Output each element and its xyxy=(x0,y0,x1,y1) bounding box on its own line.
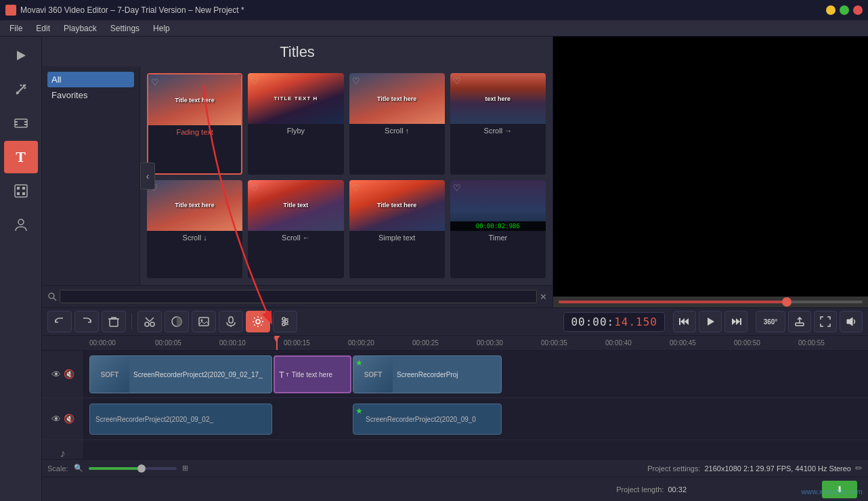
forward-to-end-button[interactable] xyxy=(724,311,747,332)
title-clip[interactable]: T T Title text here xyxy=(274,355,351,393)
search-input[interactable] xyxy=(60,290,537,303)
play-button[interactable] xyxy=(699,311,722,332)
minimize-button[interactable] xyxy=(826,5,836,15)
scale-slider-thumb[interactable] xyxy=(137,464,146,473)
simple-thumb-text: Title text here xyxy=(376,200,418,210)
gear-button[interactable] xyxy=(246,311,270,332)
export-button[interactable] xyxy=(788,311,811,332)
menu-playback[interactable]: Playback xyxy=(57,22,104,35)
ruler-mark-5: 00:00:25 xyxy=(412,336,439,350)
magic-tool-button[interactable] xyxy=(4,73,38,106)
menu-file[interactable]: File xyxy=(3,22,29,35)
fullscreen-button[interactable] xyxy=(814,311,837,332)
timecode-normal: 00:00: xyxy=(571,315,614,328)
project-settings-label: Project settings: xyxy=(647,464,700,473)
close-button[interactable] xyxy=(853,5,863,15)
title-card-scroll-down[interactable]: ♡ Title text here Scroll ↓ xyxy=(147,180,242,279)
title-card-scroll-up[interactable]: ♡ Title text here Scroll ↑ xyxy=(349,73,445,175)
titlebar: Movavi 360 Video Editor – 7-Day Trial Ve… xyxy=(0,0,868,20)
maximize-button[interactable] xyxy=(840,5,849,15)
top-section: Titles All Favorites ‹ ♡ xyxy=(42,37,868,307)
volume-button[interactable] xyxy=(840,311,863,332)
favorite-timer-icon[interactable]: ♡ xyxy=(453,183,461,193)
adjust-button[interactable] xyxy=(273,311,297,332)
panel-scroll-left[interactable]: ‹ xyxy=(140,162,155,190)
title-card-timer[interactable]: ♡ 00:00:02:986 Timer xyxy=(450,180,546,279)
video-clip-1[interactable]: SOFT ScreenRecorderProject2(2020_09_02_1… xyxy=(89,355,272,393)
project-settings-edit-icon[interactable]: ✏ xyxy=(855,463,863,473)
track-mute-icon[interactable]: 🔇 xyxy=(64,369,74,379)
preview-black xyxy=(553,37,868,307)
svg-point-30 xyxy=(282,318,285,320)
scale-max-icon[interactable]: ⊞ xyxy=(182,464,188,473)
download-button-area[interactable]: ⬇ xyxy=(822,481,857,498)
menu-settings[interactable]: Settings xyxy=(104,22,146,35)
svg-rect-22 xyxy=(199,318,209,326)
person-tool-button[interactable] xyxy=(4,209,38,241)
svg-point-12 xyxy=(18,219,24,225)
progress-thumb[interactable] xyxy=(782,297,791,307)
favorite-scroll-right-icon[interactable]: ♡ xyxy=(453,76,461,86)
preview-progress-bar[interactable] xyxy=(553,297,868,307)
menu-edit[interactable]: Edit xyxy=(29,22,57,35)
svg-point-26 xyxy=(256,320,260,324)
audio-eye-icon[interactable]: 👁 xyxy=(51,414,61,424)
favorite-scroll-left-icon[interactable]: ♡ xyxy=(251,183,259,193)
image-icon xyxy=(198,315,210,328)
audio-clip-1-label: ScreenRecorderProject2(2020_09_02_ xyxy=(90,416,219,423)
video-track: 👁 🔇 SOFT ScreenRecorderProject2(2020_09_… xyxy=(42,351,868,398)
gear-icon xyxy=(252,315,264,328)
favorite-fading-icon[interactable]: ♡ xyxy=(151,77,159,87)
redo-button[interactable] xyxy=(74,311,99,332)
favorite-flyby-icon[interactable]: ♡ xyxy=(251,76,259,86)
undo-button[interactable] xyxy=(47,311,72,332)
video-tool-button[interactable] xyxy=(4,39,38,72)
track-eye-icon[interactable]: 👁 xyxy=(51,369,61,380)
scale-slider-fill xyxy=(89,467,142,470)
track-controls-video: 👁 🔇 xyxy=(42,351,84,397)
image-button[interactable] xyxy=(192,311,216,332)
title-card-simple[interactable]: ♡ Title text here Simple text xyxy=(349,180,445,279)
card-thumb-scroll-down: Title text here xyxy=(147,180,242,231)
video-clip-2[interactable]: ★ SOFT ScreenRecorderProj xyxy=(353,355,502,393)
project-settings: Project settings: 2160x1080 2:1 29.97 FP… xyxy=(647,463,863,473)
track-controls-audio: 👁 🔇 xyxy=(42,398,84,439)
menu-help[interactable]: Help xyxy=(146,22,177,35)
title-card-scroll-right[interactable]: ♡ text here Scroll → xyxy=(450,73,546,175)
audio-clip-2[interactable]: ★ ScreenRecorderProject2(2020_09_0 xyxy=(353,404,502,435)
delete-button[interactable] xyxy=(102,311,126,332)
scroll-up-thumb-text: Title text here xyxy=(376,94,418,104)
svg-rect-35 xyxy=(679,318,680,325)
filter-tool-button[interactable] xyxy=(4,175,38,207)
search-bar: ✕ xyxy=(42,285,552,307)
vr360-button[interactable]: 360° xyxy=(756,311,785,332)
project-length-value: 00:32 xyxy=(668,485,687,494)
svg-point-31 xyxy=(285,320,288,323)
svg-marker-0 xyxy=(17,51,26,60)
favorite-simple-icon[interactable]: ♡ xyxy=(352,183,360,193)
playhead[interactable] xyxy=(276,336,278,350)
play-icon xyxy=(705,316,716,327)
title-card-flyby[interactable]: ♡ TITLE TEXT H Flyby xyxy=(248,73,343,175)
color-button[interactable] xyxy=(165,311,189,332)
search-clear-button[interactable]: ✕ xyxy=(540,292,547,302)
audio-clip-1[interactable]: ScreenRecorderProject2(2020_09_02_ xyxy=(89,404,272,435)
audio-track: 👁 🔇 ScreenRecorderProject2(2020_09_02_ ★… xyxy=(42,398,868,440)
progress-fill xyxy=(559,301,787,303)
timer-display: 00:00:02:986 xyxy=(450,221,546,231)
title-card-fading[interactable]: ♡ Title text here Fading text xyxy=(147,73,242,175)
film-tool-button[interactable] xyxy=(4,107,38,139)
rewind-to-start-button[interactable] xyxy=(673,311,696,332)
person-icon xyxy=(14,217,28,232)
audio-mute-icon[interactable]: 🔇 xyxy=(64,414,74,424)
titles-tool-button[interactable]: T xyxy=(4,141,38,173)
sidebar-category-all[interactable]: All xyxy=(47,72,134,87)
scale-min-icon[interactable]: 🔍 xyxy=(74,464,83,473)
favorite-scroll-up-icon[interactable]: ♡ xyxy=(352,76,360,86)
title-card-scroll-left[interactable]: ♡ Title text Scroll ← xyxy=(248,180,343,279)
mic-button[interactable] xyxy=(219,311,243,332)
cut-button[interactable] xyxy=(137,311,162,332)
film-icon xyxy=(14,116,28,131)
svg-rect-15 xyxy=(110,319,118,326)
sidebar-category-favorites[interactable]: Favorites xyxy=(47,87,134,103)
